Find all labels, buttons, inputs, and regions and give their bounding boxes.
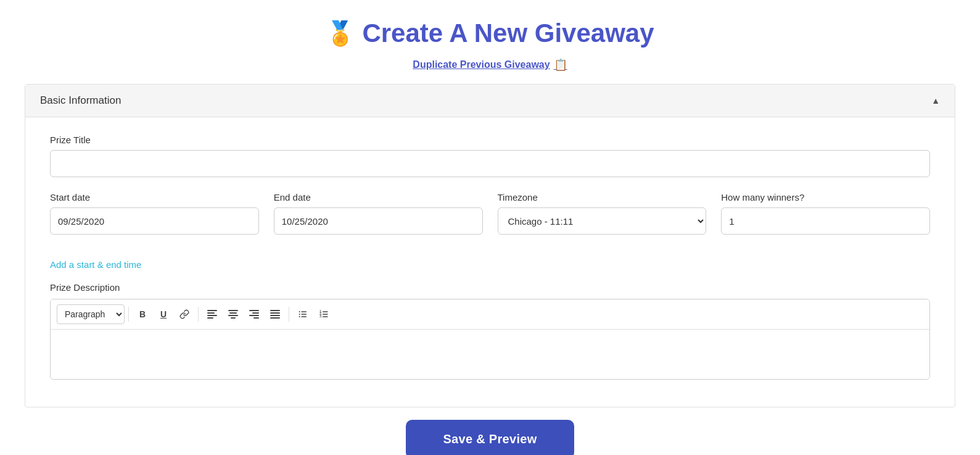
unordered-list-button[interactable] bbox=[293, 304, 313, 324]
rich-text-editor: Paragraph Heading 1 Heading 2 Heading 3 … bbox=[50, 299, 930, 380]
prize-title-group: Prize Title bbox=[50, 135, 930, 177]
duplicate-link[interactable]: Duplicate Previous Giveaway 📋 bbox=[413, 58, 567, 72]
svg-point-5 bbox=[299, 316, 300, 317]
duplicate-link-text: Duplicate Previous Giveaway bbox=[413, 59, 550, 70]
bold-button[interactable]: B bbox=[133, 304, 152, 324]
ordered-list-button[interactable]: 1. 2. 3. bbox=[314, 304, 334, 324]
prize-description-group: Prize Description Paragraph Heading 1 He… bbox=[50, 282, 930, 380]
timezone-group: Timezone Chicago - 11:11 New York - 12:1… bbox=[498, 192, 707, 235]
timezone-select[interactable]: Chicago - 11:11 New York - 12:11 Los Ang… bbox=[498, 207, 707, 235]
toolbar-divider-3 bbox=[289, 307, 289, 322]
format-select[interactable]: Paragraph Heading 1 Heading 2 Heading 3 bbox=[57, 304, 125, 324]
prize-title-input[interactable] bbox=[50, 150, 930, 177]
save-preview-button[interactable]: Save & Preview bbox=[406, 420, 574, 455]
align-right-button[interactable] bbox=[244, 304, 264, 324]
winners-group: How many winners? bbox=[721, 192, 930, 235]
underline-button[interactable]: U bbox=[154, 304, 173, 324]
end-date-input[interactable] bbox=[274, 207, 483, 235]
description-label: Prize Description bbox=[50, 282, 930, 293]
prize-title-label: Prize Title bbox=[50, 135, 930, 145]
toolbar-divider-1 bbox=[128, 307, 129, 322]
chevron-up-icon: ▲ bbox=[931, 96, 940, 106]
svg-point-4 bbox=[299, 314, 300, 315]
timezone-label: Timezone bbox=[498, 192, 707, 202]
winners-input[interactable] bbox=[721, 207, 930, 235]
align-left-button[interactable] bbox=[202, 304, 222, 324]
svg-point-3 bbox=[299, 311, 300, 312]
toolbar-divider-2 bbox=[198, 307, 199, 322]
page-title: Create A New Giveaway bbox=[362, 19, 654, 48]
title-row: 🏅 Create A New Giveaway bbox=[25, 19, 955, 48]
editor-toolbar: Paragraph Heading 1 Heading 2 Heading 3 … bbox=[51, 299, 929, 330]
section-header[interactable]: Basic Information ▲ bbox=[25, 85, 955, 117]
save-preview-wrapper: Save & Preview bbox=[25, 420, 955, 455]
start-date-input[interactable] bbox=[50, 207, 259, 235]
end-date-label: End date bbox=[274, 192, 483, 202]
section-title: Basic Information bbox=[40, 94, 121, 107]
date-row: Start date End date Timezone Chicago - 1… bbox=[50, 192, 930, 249]
add-time-link[interactable]: Add a start & end time bbox=[50, 259, 141, 270]
start-date-label: Start date bbox=[50, 192, 259, 202]
award-icon: 🏅 bbox=[326, 20, 355, 47]
basic-information-section: Basic Information ▲ Prize Title Start da… bbox=[25, 84, 955, 407]
svg-text:3.: 3. bbox=[319, 315, 322, 318]
duplicate-icon: 📋 bbox=[554, 58, 567, 72]
start-date-group: Start date bbox=[50, 192, 259, 235]
align-justify-button[interactable] bbox=[265, 304, 285, 324]
link-button[interactable] bbox=[175, 304, 194, 324]
align-center-button[interactable] bbox=[223, 304, 243, 324]
end-date-group: End date bbox=[274, 192, 483, 235]
section-body: Prize Title Start date End date Timezone bbox=[25, 117, 955, 407]
winners-label: How many winners? bbox=[721, 192, 930, 202]
page-header: 🏅 Create A New Giveaway Duplicate Previo… bbox=[25, 19, 955, 72]
editor-content[interactable] bbox=[51, 330, 929, 379]
